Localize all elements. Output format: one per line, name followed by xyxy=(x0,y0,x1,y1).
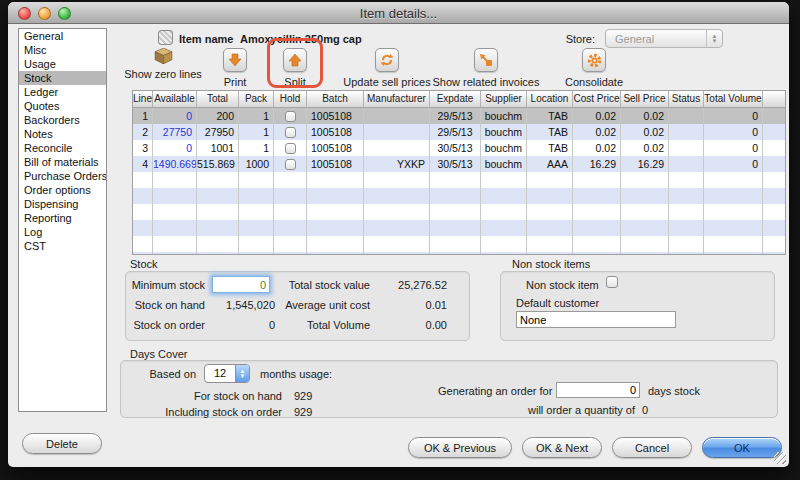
table-cell xyxy=(573,220,621,236)
sidebar-item-backorders[interactable]: Backorders xyxy=(19,113,106,127)
store-stepper-icon: ▲▼ xyxy=(706,30,722,47)
sidebar-item-usage[interactable]: Usage xyxy=(19,57,106,71)
table-cell xyxy=(364,252,430,255)
table-cell xyxy=(669,124,704,140)
table-cell xyxy=(763,156,786,172)
table-row[interactable] xyxy=(133,236,785,252)
resize-grip[interactable] xyxy=(774,452,786,464)
sidebar-item-dispensing[interactable]: Dispensing xyxy=(19,197,106,211)
table-header-cell[interactable]: Available xyxy=(153,91,197,107)
table-row[interactable]: 3010011100510830/5/13bouchmTAB0.020.020 xyxy=(133,140,785,156)
table-header-cell[interactable]: Cost Price xyxy=(573,91,621,107)
sidebar-item-ledger[interactable]: Ledger xyxy=(19,85,106,99)
table-header-cell[interactable] xyxy=(763,91,786,107)
table-cell xyxy=(307,220,364,236)
print-button[interactable]: Print xyxy=(207,48,263,88)
days-stock-label: days stock xyxy=(648,385,700,397)
default-customer-input[interactable] xyxy=(516,311,676,328)
non-stock-item-checkbox[interactable] xyxy=(606,276,618,288)
store-select[interactable]: General ▲▼ xyxy=(605,29,723,48)
table-header-cell[interactable]: Total xyxy=(197,91,239,107)
hold-checkbox[interactable] xyxy=(285,127,296,138)
sidebar-item-log[interactable]: Log xyxy=(19,225,106,239)
table-row[interactable] xyxy=(133,220,785,236)
table-cell xyxy=(364,220,430,236)
table-cell: 0.02 xyxy=(573,140,621,156)
table-row[interactable] xyxy=(133,188,785,204)
table-header-cell[interactable]: Location xyxy=(527,91,573,107)
table-cell: 1005108 xyxy=(307,108,364,124)
cancel-button[interactable]: Cancel xyxy=(612,437,692,458)
table-header-cell[interactable]: Hold xyxy=(274,91,307,107)
table-cell xyxy=(527,252,573,255)
table-header-cell[interactable]: Pack xyxy=(239,91,274,107)
table-cell xyxy=(763,172,786,188)
hold-checkbox[interactable] xyxy=(285,111,296,122)
table-cell xyxy=(133,252,153,255)
table-cell: 0 xyxy=(153,140,197,156)
sidebar-item-reconcile[interactable]: Reconcile xyxy=(19,141,106,155)
table-row[interactable] xyxy=(133,172,785,188)
months-select[interactable]: 12 ▲▼ xyxy=(204,364,250,383)
consolidate-button[interactable]: Consolidate xyxy=(552,48,636,88)
table-cell xyxy=(527,220,573,236)
table-cell: bouchm xyxy=(481,124,527,140)
non-stock-item-label: Non stock item xyxy=(526,279,599,291)
table-cell xyxy=(481,172,527,188)
title-bar[interactable]: Item details... xyxy=(8,2,789,24)
table-cell xyxy=(573,252,621,255)
hold-checkbox[interactable] xyxy=(285,159,296,170)
table-cell xyxy=(197,188,239,204)
split-button[interactable]: Split xyxy=(270,48,320,88)
sidebar-item-quotes[interactable]: Quotes xyxy=(19,99,106,113)
table-cell xyxy=(704,188,763,204)
table-cell xyxy=(274,108,307,124)
table-header-cell[interactable]: Manufacturer xyxy=(364,91,430,107)
table-cell: 0 xyxy=(704,124,763,140)
sidebar-item-misc[interactable]: Misc xyxy=(19,43,106,57)
sidebar-item-general[interactable]: General xyxy=(19,29,106,43)
days-stock-input[interactable] xyxy=(556,382,640,398)
table-row[interactable]: 41490.669515.86910001005108YXKP30/5/13bo… xyxy=(133,156,785,172)
table-header-cell[interactable]: Batch xyxy=(307,91,364,107)
table-cell xyxy=(763,188,786,204)
ok-previous-button[interactable]: OK & Previous xyxy=(408,437,512,458)
table-header-cell[interactable]: Expdate xyxy=(430,91,481,107)
sidebar-item-bill-of-materials[interactable]: Bill of materials xyxy=(19,155,106,169)
table-row[interactable]: 102001100510829/5/13bouchmTAB0.020.020 xyxy=(133,108,785,124)
show-related-invoices-button[interactable]: Show related invoices xyxy=(421,48,551,88)
table-header-cell[interactable]: Line xyxy=(133,91,153,107)
table-cell xyxy=(669,236,704,252)
will-order-label: will order a quantity of xyxy=(498,404,635,416)
sidebar-item-stock[interactable]: Stock xyxy=(19,71,106,85)
table-header-cell[interactable]: Supplier xyxy=(481,91,527,107)
table-cell: 0 xyxy=(704,156,763,172)
table-cell xyxy=(364,124,430,140)
sidebar-item-order-options[interactable]: Order options xyxy=(19,183,106,197)
hold-checkbox[interactable] xyxy=(285,143,296,154)
table-header-cell[interactable]: Status xyxy=(669,91,704,107)
table-cell: 16.29 xyxy=(573,156,621,172)
table-cell xyxy=(704,252,763,255)
box-icon xyxy=(154,48,173,64)
ok-button[interactable]: OK xyxy=(702,437,782,458)
sidebar-item-cst[interactable]: CST xyxy=(19,239,106,253)
ok-next-button[interactable]: OK & Next xyxy=(522,437,602,458)
show-zero-lines-button[interactable]: Show zero lines xyxy=(117,48,209,80)
table-cell: AAA xyxy=(527,156,573,172)
table-header-cell[interactable]: Total Volume xyxy=(704,91,763,107)
table-row[interactable]: 227750279501100510829/5/13bouchmTAB0.020… xyxy=(133,124,785,140)
sidebar-item-reporting[interactable]: Reporting xyxy=(19,211,106,225)
sidebar-item-notes[interactable]: Notes xyxy=(19,127,106,141)
sidebar-list: GeneralMiscUsageStockLedgerQuotesBackord… xyxy=(18,28,107,412)
table-row[interactable] xyxy=(133,252,785,255)
table-cell xyxy=(669,252,704,255)
table-cell xyxy=(669,108,704,124)
table-header-cell[interactable]: Sell Price xyxy=(621,91,669,107)
table-cell: 1 xyxy=(133,108,153,124)
including-stock-on-order-label: Including stock on order xyxy=(164,406,282,418)
table-row[interactable] xyxy=(133,204,785,220)
sidebar-item-purchase-orders[interactable]: Purchase Orders xyxy=(19,169,106,183)
delete-button[interactable]: Delete xyxy=(22,433,102,454)
table-cell xyxy=(239,252,274,255)
